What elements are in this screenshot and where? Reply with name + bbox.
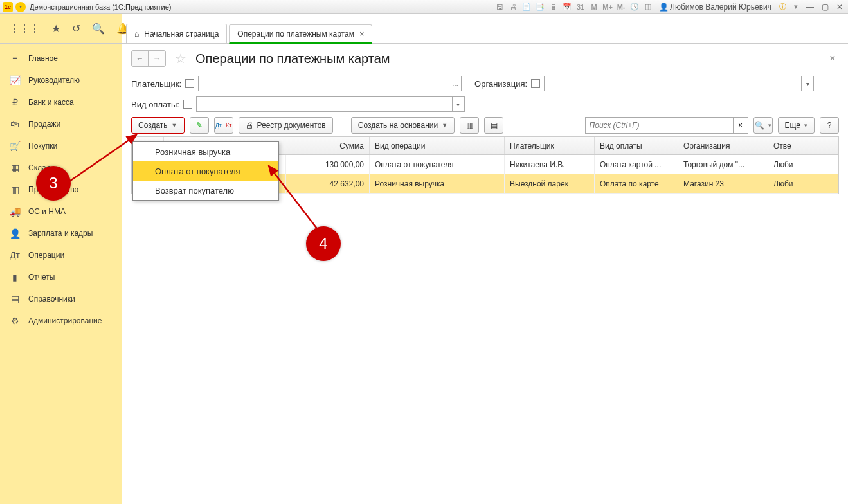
content: ← → ☆ Операции по платежным картам × Пла… bbox=[122, 44, 848, 504]
date-icon[interactable]: 31 bbox=[575, 2, 586, 12]
tree-button[interactable]: ▥ bbox=[460, 117, 479, 134]
help-button[interactable]: ? bbox=[820, 117, 839, 134]
svg-line-0 bbox=[69, 135, 136, 181]
filter-paytype-checkbox[interactable] bbox=[183, 100, 192, 109]
sidebar-item-admin[interactable]: ⚙Администрирование bbox=[0, 310, 122, 332]
sidebar-item-catalogs[interactable]: ▤Справочники bbox=[0, 288, 122, 310]
dropdown-icon[interactable]: ▾ bbox=[791, 2, 801, 12]
sidebar-item-manager[interactable]: 📈Руководителю bbox=[0, 69, 122, 91]
copy-button[interactable]: ✎ bbox=[190, 117, 209, 134]
doc-icon[interactable]: 📄 bbox=[521, 2, 532, 12]
doc-register-button[interactable]: 🖨 Реестр документов bbox=[239, 117, 333, 134]
tab-home[interactable]: ⌂ Начальная страница bbox=[126, 24, 227, 43]
filter-paytype-field[interactable]: ▾ bbox=[196, 96, 465, 112]
dtkt-button[interactable]: ДтКт bbox=[214, 117, 233, 134]
filter-paytype-label: Вид оплаты: bbox=[131, 100, 179, 109]
filter-org-checkbox[interactable] bbox=[531, 79, 540, 88]
calc-icon[interactable]: 🖩 bbox=[548, 2, 559, 12]
caret-down-icon: ▼ bbox=[172, 122, 177, 129]
favorite-icon[interactable]: ★ bbox=[51, 22, 60, 35]
col-paytype[interactable]: Вид оплаты bbox=[595, 137, 678, 154]
list-button[interactable]: ▤ bbox=[484, 117, 503, 134]
menu-icon: ≡ bbox=[9, 53, 21, 64]
dropdown-button[interactable]: ▾ bbox=[801, 76, 813, 91]
filter-org-input[interactable] bbox=[545, 76, 801, 91]
sidebar-item-bank[interactable]: ₽Банк и касса bbox=[0, 91, 122, 113]
tab-close-icon[interactable]: × bbox=[359, 29, 365, 39]
search-clear-button[interactable]: × bbox=[733, 117, 748, 134]
tab-current[interactable]: Операции по платежным картам × bbox=[229, 24, 372, 44]
col-sum[interactable]: Сумма bbox=[286, 137, 370, 154]
app-menu-dropdown[interactable]: ▾ bbox=[15, 2, 26, 12]
gear-icon: ⚙ bbox=[9, 316, 21, 326]
filter-org-label: Организация: bbox=[474, 79, 527, 89]
nav-forward-button[interactable]: → bbox=[149, 51, 165, 66]
col-op[interactable]: Вид операции bbox=[370, 137, 505, 154]
sidebar-item-reports[interactable]: ▮Отчеты bbox=[0, 266, 122, 288]
info-icon[interactable]: ⓘ bbox=[777, 2, 788, 12]
search-input[interactable] bbox=[585, 117, 733, 134]
panels-icon[interactable]: ◫ bbox=[643, 2, 653, 12]
more-button[interactable]: Еще▾ bbox=[778, 117, 815, 134]
search-box: × bbox=[585, 117, 748, 134]
create-menu-retail[interactable]: Розничная выручка bbox=[133, 142, 278, 161]
caret-down-icon: ▼ bbox=[442, 122, 447, 129]
annotation-arrow-3 bbox=[64, 130, 148, 188]
print-icon[interactable]: 🖨 bbox=[508, 2, 518, 12]
bars-icon: ▮ bbox=[9, 272, 21, 282]
page-title: Операции по платежным картам bbox=[195, 51, 390, 66]
sidebar-item-operations[interactable]: ДтОперации bbox=[0, 244, 122, 266]
current-user[interactable]: 👤Любимов Валерий Юрьевич bbox=[659, 3, 771, 12]
ruble-icon: ₽ bbox=[9, 97, 21, 107]
col-org[interactable]: Организация bbox=[678, 137, 768, 154]
home-icon: ⌂ bbox=[134, 30, 139, 39]
filter-payer-checkbox[interactable] bbox=[185, 79, 194, 88]
annotation-4: 4 bbox=[306, 226, 341, 261]
person-icon: 👤 bbox=[9, 228, 21, 239]
search-icon[interactable]: 🔍 bbox=[92, 22, 105, 35]
grid-icon: ▦ bbox=[9, 163, 21, 173]
nav-buttons: ← → bbox=[131, 50, 166, 67]
favorite-toggle-icon[interactable]: ☆ bbox=[175, 51, 186, 66]
nav-back-button[interactable]: ← bbox=[132, 51, 149, 66]
page-close-button[interactable]: × bbox=[826, 52, 839, 65]
memory-mminus-button[interactable]: M- bbox=[616, 2, 626, 12]
dropdown-button[interactable]: ▾ bbox=[452, 97, 464, 111]
calendar-icon[interactable]: 📅 bbox=[562, 2, 572, 12]
annotation-3: 3 bbox=[36, 166, 71, 201]
chart-icon: 📈 bbox=[9, 75, 21, 86]
cart-icon: 🛒 bbox=[9, 141, 21, 151]
filter-paytype-input[interactable] bbox=[197, 97, 452, 111]
sidebar-item-main[interactable]: ≡Главное bbox=[0, 48, 122, 69]
sidebar-item-hr[interactable]: 👤Зарплата и кадры bbox=[0, 222, 122, 244]
sidebar-item-assets[interactable]: 🚚ОС и НМА bbox=[0, 201, 122, 222]
maximize-button[interactable]: ▢ bbox=[819, 2, 831, 12]
window-title: Демонстрационная база (1С:Предприятие) bbox=[30, 3, 494, 11]
apps-icon[interactable]: ⋮⋮⋮ bbox=[9, 22, 40, 35]
filter-payer-label: Плательщик: bbox=[131, 79, 181, 89]
svg-line-1 bbox=[269, 166, 318, 230]
filter-payer-field[interactable]: … bbox=[198, 76, 462, 91]
filter-payer-input[interactable] bbox=[199, 76, 449, 91]
truck-icon: 🚚 bbox=[9, 206, 21, 217]
col-payer[interactable]: Плательщик bbox=[505, 137, 595, 154]
toprow: ⋮⋮⋮ ★ ↺ 🔍 🔔 ⌂ Начальная страница Операци… bbox=[0, 14, 848, 44]
history-icon[interactable]: ↺ bbox=[72, 22, 80, 35]
close-button[interactable]: ✕ bbox=[834, 2, 845, 12]
book-icon: ▤ bbox=[9, 294, 21, 304]
save-icon[interactable]: 🖫 bbox=[494, 2, 505, 12]
search-button[interactable]: 🔍▾ bbox=[753, 117, 773, 134]
create-based-button[interactable]: Создать на основании ▼ bbox=[351, 117, 455, 134]
memory-m-button[interactable]: M bbox=[589, 2, 599, 12]
app-logo-icon: 1c bbox=[3, 2, 13, 12]
picker-button[interactable]: … bbox=[449, 76, 461, 91]
rows-icon: ▥ bbox=[9, 184, 21, 195]
compare-icon[interactable]: 📑 bbox=[535, 2, 545, 12]
print-icon: 🖨 bbox=[246, 121, 253, 130]
memory-mplus-button[interactable]: M+ bbox=[602, 2, 613, 12]
col-resp[interactable]: Отве bbox=[768, 137, 813, 154]
clock-icon[interactable]: 🕓 bbox=[629, 2, 640, 12]
dtkt-icon: Дт bbox=[9, 250, 21, 260]
minimize-button[interactable]: — bbox=[804, 2, 816, 12]
filter-org-field[interactable]: ▾ bbox=[544, 76, 814, 91]
